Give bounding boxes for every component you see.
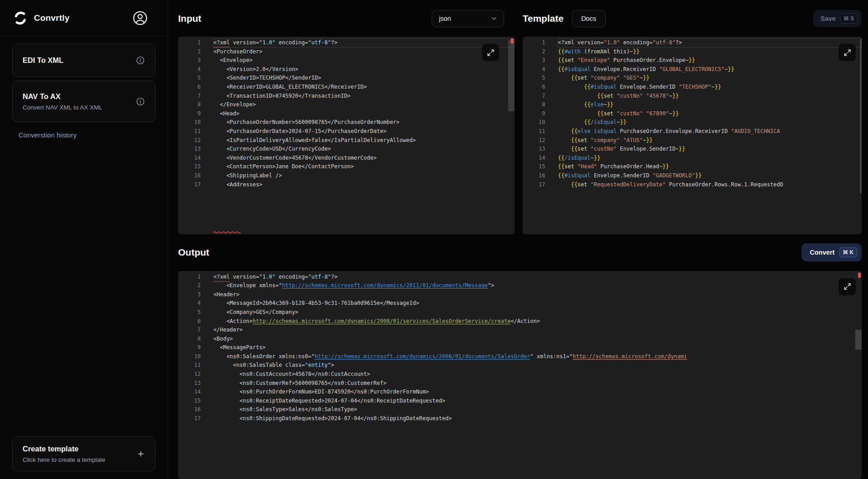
docs-button[interactable]: Docs <box>572 10 606 27</box>
line-number: 15 <box>523 162 545 171</box>
code-line[interactable]: <Body> <box>213 335 862 344</box>
code-line[interactable]: {{/isEqual~}} <box>558 154 862 163</box>
code-line[interactable]: <TransactionID>8745920</TransactionID> <box>213 92 514 101</box>
sidebar-spacer <box>12 139 156 436</box>
line-number: 4 <box>523 65 545 74</box>
code-line[interactable]: <SenderID>TECHSHOP</SenderID> <box>213 74 514 83</box>
line-number: 9 <box>178 343 201 352</box>
line-number: 8 <box>523 100 545 109</box>
editor-gutter: 1234567891011121314151617 <box>523 38 545 234</box>
code-line[interactable]: <Company>GES</Company> <box>213 308 862 317</box>
user-avatar-button[interactable] <box>132 10 148 26</box>
code-line[interactable]: <Envelope xmlns="http://schemas.microsof… <box>213 281 862 290</box>
code-line[interactable]: {{/isEqual~}} <box>558 118 862 127</box>
template-panel-title: Template <box>523 13 564 24</box>
code-line[interactable]: {{set "company" "ATUS"~}} <box>558 136 862 145</box>
code-line[interactable]: <Envelope> <box>213 56 514 65</box>
convert-button-label: Convert <box>810 249 835 256</box>
code-line[interactable]: <ns0:ShippingDateRequested>2024-07-04</n… <box>213 414 862 423</box>
create-template-subtitle: Click here to create a template <box>23 456 105 463</box>
template-editor[interactable]: 1234567891011121314151617 <?xml version=… <box>523 37 862 234</box>
code-line[interactable]: <Version>2.0</Version> <box>213 65 514 74</box>
code-line[interactable]: <Head> <box>213 109 514 119</box>
code-line[interactable]: <PurchaseOrderNumber>5600098765</Purchas… <box>213 118 514 127</box>
editor-code: <?xml version="1.0" encoding="utf-8"?><P… <box>213 38 514 234</box>
code-line[interactable]: {{set "custNo" Envelope.SenderID~}} <box>558 145 862 154</box>
scrollbar-thumb[interactable] <box>508 40 514 111</box>
code-line[interactable]: <VendorCustomerCode>45678</VendorCustome… <box>213 154 514 163</box>
code-line[interactable]: <CurrencyCode>USD</CurrencyCode> <box>213 145 514 154</box>
code-line[interactable]: <Action>http://schemas.microsoft.com/dyn… <box>213 317 862 326</box>
code-line[interactable]: {{set "custNo" "67890"~}} <box>558 109 862 119</box>
converter-card-subtitle: Convert NAV XML to AX XML <box>23 104 102 111</box>
line-number: 14 <box>523 154 545 163</box>
converter-card-edi-to-xml[interactable]: EDI To XML <box>12 43 156 77</box>
save-button-label: Save <box>821 15 836 22</box>
conversion-history-link[interactable]: Converstion history <box>19 131 156 139</box>
create-template-card[interactable]: Create template Click here to create a t… <box>12 436 156 471</box>
expand-icon[interactable] <box>482 44 499 61</box>
code-line[interactable]: <PurchaseOrderDate>2024-07-15</PurchaseO… <box>213 127 514 136</box>
converter-card-title: NAV To AX <box>23 92 102 101</box>
line-number: 11 <box>523 127 545 136</box>
code-line[interactable]: <ns0:SalesType>Sales</ns0:SalesType> <box>213 405 862 414</box>
code-line[interactable]: <?xml version="1.0" encoding="utf-8"?> <box>213 38 514 47</box>
code-line[interactable]: {{set "custNo" "45678"~}} <box>558 92 862 101</box>
code-line[interactable]: <PurchaseOrder> <box>213 47 514 57</box>
code-line[interactable]: {{#with (fromXml this)~}} <box>558 47 862 57</box>
code-line[interactable]: <ns0:CustomerRef>5600098765</ns0:Custome… <box>213 379 862 388</box>
create-template-title: Create template <box>23 445 105 453</box>
code-line[interactable]: <Addresses> <box>213 180 514 190</box>
input-editor[interactable]: 1234567891011121314151617 <?xml version=… <box>178 37 514 234</box>
code-line[interactable]: <ShippingLabel /> <box>213 171 514 180</box>
code-line[interactable]: {{set "Head" PurchaseOrder.Head~}} <box>558 162 862 171</box>
code-line[interactable]: {{#isEqual Envelope.ReceiverID "GLOBAL_E… <box>558 65 862 74</box>
info-icon[interactable] <box>136 56 145 65</box>
line-number: 15 <box>178 397 201 406</box>
line-number: 14 <box>178 154 201 163</box>
code-line[interactable]: <?xml version="1.0" encoding="utf-8"?> <box>558 38 862 47</box>
code-line[interactable]: <ns0:PurchOrderFormNum>EDI-8745920</ns0:… <box>213 388 862 397</box>
converter-card-nav-to-ax[interactable]: NAV To AX Convert NAV XML to AX XML <box>12 81 156 122</box>
code-line[interactable]: <MessageParts> <box>213 343 862 352</box>
code-line[interactable]: </Envelope> <box>213 100 514 109</box>
expand-icon[interactable] <box>839 278 856 295</box>
input-panel-title: Input <box>178 13 201 24</box>
plus-icon <box>137 450 145 458</box>
top-row: Input json 1234567891011121314151617 <?x… <box>178 0 862 234</box>
code-line[interactable]: <?xml version="1.0" encoding="utf-8"?> <box>213 273 862 282</box>
save-button[interactable]: Save ⌘ S <box>813 10 862 27</box>
output-editor[interactable]: 1234567891011121314151617 <?xml version=… <box>178 271 862 479</box>
language-select[interactable]: json <box>432 10 504 27</box>
code-line[interactable]: <ContactPerson>Jane Doe</ContactPerson> <box>213 162 514 171</box>
code-line[interactable]: </Header> <box>213 326 862 335</box>
expand-icon[interactable] <box>839 44 856 61</box>
code-line[interactable]: {{set "company" "GES"~}} <box>558 74 862 83</box>
code-line[interactable]: {{set "RequestedDeliveryDate" PurchaseOr… <box>558 180 862 190</box>
code-line[interactable]: {{#isEqual Envelope.SenderID "TECHSHOP"~… <box>558 83 862 92</box>
converter-card-text: NAV To AX Convert NAV XML to AX XML <box>23 92 102 111</box>
line-number: 15 <box>178 162 201 171</box>
line-number: 16 <box>178 405 201 414</box>
line-number: 2 <box>523 47 545 57</box>
sidebar: Convrtly EDI To XML <box>0 0 168 479</box>
line-number: 6 <box>523 83 545 92</box>
scrollbar-thumb[interactable] <box>860 39 862 193</box>
code-line[interactable]: {{else isEqual PurchaseOrder.Envelope.Re… <box>558 127 862 136</box>
code-line[interactable]: <MessageId>2b04c369-b128-4b53-9c31-761ba… <box>213 299 862 308</box>
code-line[interactable]: <ns0:SalesTable class="entity"> <box>213 361 862 370</box>
line-number: 7 <box>523 92 545 101</box>
code-line[interactable]: {{else~}} <box>558 100 862 109</box>
scrollbar-thumb[interactable] <box>855 330 862 350</box>
code-line[interactable]: <ns0:SalesOrder xmlns:ns0="http://schema… <box>213 352 862 361</box>
info-icon[interactable] <box>136 97 145 106</box>
code-line[interactable]: <Header> <box>213 290 862 299</box>
code-line[interactable]: {{#isEqual Envelope.SenderID "GADGETWORL… <box>558 171 862 180</box>
code-line[interactable]: {{set "Envelope" PurchaseOrder.Envelope~… <box>558 56 862 65</box>
code-line[interactable]: <ns0:CustAccount>45678</ns0:CustAccount> <box>213 370 862 379</box>
code-line[interactable]: <IsPartialDeliveryAllowed>false</IsParti… <box>213 136 514 145</box>
convert-button[interactable]: Convert ⌘ K <box>802 243 862 261</box>
code-line[interactable]: <ns0:ReceiptDateRequested>2024-07-04</ns… <box>213 397 862 406</box>
line-number: 7 <box>178 326 201 335</box>
code-line[interactable]: <ReceiverID>GLOBAL_ELECTRONICS</Receiver… <box>213 83 514 92</box>
